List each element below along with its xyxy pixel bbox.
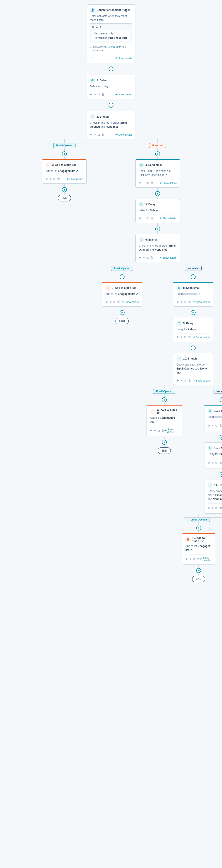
step15-delete[interactable]: 🗑 (197, 557, 200, 560)
branch1-email-opened-label[interactable]: Email Opened (53, 143, 75, 148)
step9-show-details[interactable]: 👁 Show details (193, 336, 210, 339)
step7-show-details[interactable]: 👁 Show details (122, 301, 139, 303)
step10-copy[interactable]: ⧉ (184, 379, 186, 382)
step4-delete[interactable]: 🗑 (150, 181, 153, 185)
branch1-none-met-label[interactable]: None met (149, 143, 166, 148)
step5-delete[interactable]: 🗑 (150, 217, 153, 220)
step7-link[interactable]: Enagaged list ↗ (118, 292, 138, 296)
step1-add-icon[interactable]: + (94, 93, 96, 96)
step4-link[interactable]: ↗ (165, 174, 168, 177)
step3-link[interactable]: Enagaged list ↗ (58, 169, 78, 173)
plus-btn-branch4-left[interactable]: + (196, 526, 201, 530)
step8-show-details[interactable]: 👁 Show details (193, 301, 210, 303)
step8-copy[interactable]: ⧉ (184, 300, 186, 304)
step4-add[interactable]: + (143, 181, 145, 185)
plus-btn-branch2-left[interactable]: + (120, 274, 124, 279)
branch3-none-met-label[interactable]: None met (214, 389, 222, 394)
plus-btn-branch1-left[interactable]: + (62, 151, 67, 156)
step7-copy[interactable]: ⧉ (113, 300, 115, 304)
step2-add-icon[interactable]: + (94, 133, 96, 136)
step13-copy[interactable]: ⧉ (215, 461, 217, 465)
branch4-email-opened-label[interactable]: Email Opened (188, 517, 210, 522)
trigger-show-details[interactable]: 👁 Show details (115, 57, 132, 60)
step11-move[interactable]: ✥ (150, 429, 152, 432)
step7-add[interactable]: + (110, 300, 111, 304)
plus-btn-step12[interactable]: + (220, 435, 222, 440)
plus-btn-branch3-left[interactable]: + (162, 397, 167, 402)
step13-add[interactable]: + (212, 461, 214, 464)
step11-show-details[interactable]: 👁 Show details (164, 428, 179, 433)
step6-move[interactable]: ✥ (139, 256, 141, 259)
step6-copy[interactable]: ⧉ (147, 256, 149, 259)
step4-show-details[interactable]: 👁 Show details (160, 182, 177, 184)
step14-delete[interactable]: 🗑 (219, 506, 222, 509)
branch2-none-met-label[interactable]: None met (185, 266, 201, 271)
step8-move[interactable]: ✥ (177, 300, 179, 304)
step4-copy[interactable]: ⧉ (147, 181, 149, 185)
step15-copy[interactable]: ⧉ (193, 557, 195, 561)
step12-copy[interactable]: ⧉ (215, 424, 217, 428)
step5-move[interactable]: ✥ (139, 217, 141, 220)
step8-add[interactable]: + (181, 300, 183, 304)
reenroll-checkbox[interactable] (90, 48, 92, 50)
step11-delete[interactable]: 🗑 (161, 429, 164, 432)
step6-show-details[interactable]: 👁 Show details (160, 256, 177, 259)
step2-show-details[interactable]: 👁 Show details (115, 133, 132, 136)
branch3-email-opened-label[interactable]: Email Opened (153, 389, 175, 394)
step1-move-icon[interactable]: ✥ (90, 93, 92, 96)
step8-link[interactable]: ↗ (197, 292, 200, 296)
step9-delete[interactable]: 🗑 (188, 336, 191, 339)
step13-delete[interactable]: 🗑 (219, 461, 222, 464)
step10-show-details[interactable]: 👁 Show details (193, 379, 210, 382)
step10-move[interactable]: ✥ (177, 379, 179, 382)
step5-show-details[interactable]: 👁 Show details (160, 217, 177, 220)
plus-btn-branch3-right[interactable]: + (220, 397, 222, 402)
step4-move[interactable]: ✥ (139, 181, 141, 185)
step2-delete-icon[interactable]: 🗑 (102, 133, 104, 136)
plus-btn-1[interactable]: + (109, 103, 113, 107)
plus-btn-step7-end[interactable]: + (120, 310, 124, 315)
step9-copy[interactable]: ⧉ (184, 336, 186, 339)
plus-btn-branch1-right[interactable]: + (155, 151, 160, 156)
step3-show-details[interactable]: 👁 Show details (66, 178, 83, 180)
step6-delete[interactable]: 🗑 (150, 256, 153, 259)
plus-btn-step5[interactable]: + (155, 226, 160, 231)
step3-move[interactable]: ✥ (45, 177, 48, 181)
step1-copy-icon[interactable]: ⧉ (98, 93, 100, 96)
step10-add[interactable]: + (181, 379, 183, 382)
step8-delete[interactable]: 🗑 (188, 300, 191, 304)
step1-show-details[interactable]: 👁 Show details (115, 93, 132, 96)
plus-btn-step3-end[interactable]: + (62, 187, 67, 192)
step15-move[interactable]: ✥ (185, 557, 188, 560)
branch2-email-opened-label[interactable]: Email Opened (111, 266, 133, 271)
step12-add[interactable]: + (212, 424, 214, 427)
step15-show-details[interactable]: 👁 Show details (200, 556, 212, 562)
step9-add[interactable]: + (181, 336, 183, 339)
step14-copy[interactable]: ⧉ (215, 506, 217, 510)
step9-move[interactable]: ✥ (177, 336, 179, 339)
step2-copy-icon[interactable]: ⧉ (98, 133, 100, 136)
step14-add[interactable]: + (212, 506, 214, 509)
plus-btn-step13[interactable]: + (220, 472, 222, 477)
step3-delete[interactable]: 🗑 (57, 177, 60, 181)
step6-add[interactable]: + (143, 256, 145, 259)
step3-copy[interactable]: ⧉ (53, 177, 55, 181)
plus-btn-step11-end[interactable]: + (162, 440, 167, 445)
step5-copy[interactable]: ⧉ (147, 217, 149, 220)
step11-copy[interactable]: ⧉ (158, 429, 160, 432)
step7-move[interactable]: ✥ (106, 300, 108, 304)
step11-add[interactable]: + (154, 429, 156, 432)
step1-delete-icon[interactable]: 🗑 (102, 93, 104, 96)
step13-move[interactable]: ✥ (208, 461, 210, 464)
plus-btn-step15-end[interactable]: + (196, 568, 201, 573)
plus-btn-branch2-right[interactable]: + (191, 274, 195, 279)
step12-move[interactable]: ✥ (208, 424, 210, 427)
step2-move-icon[interactable]: ✥ (90, 133, 92, 136)
plus-btn-0[interactable]: + (109, 66, 113, 71)
plus-btn-step9[interactable]: + (191, 345, 195, 350)
step12-delete[interactable]: 🗑 (219, 424, 222, 427)
step7-delete[interactable]: 🗑 (117, 300, 120, 304)
step3-add[interactable]: + (50, 177, 51, 181)
plus-btn-step8[interactable]: + (191, 310, 195, 315)
step14-move[interactable]: ✥ (208, 506, 210, 509)
